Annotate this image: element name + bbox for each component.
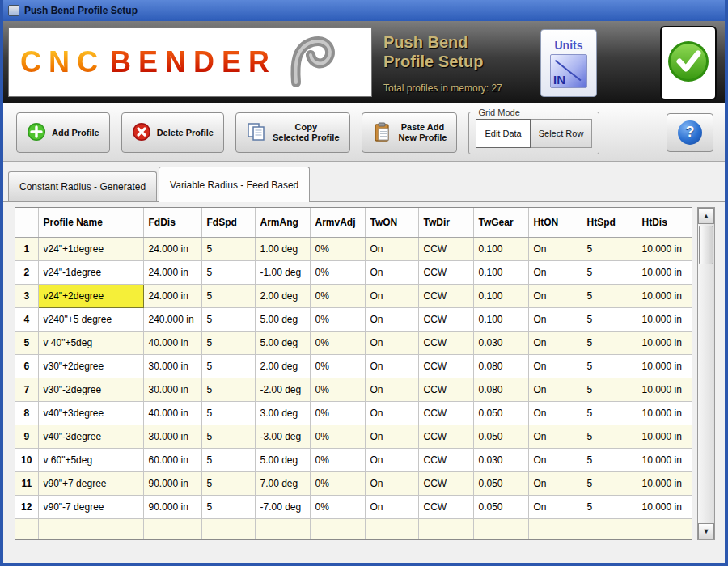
grid-cell[interactable]: CCW	[418, 237, 473, 260]
grid-cell[interactable]: v40"-3degree	[38, 424, 143, 448]
grid-cell[interactable]: 30.000 in	[143, 378, 201, 401]
grid-cell[interactable]: CCW	[418, 284, 473, 307]
grid-cell[interactable]: 10.000 in	[637, 401, 692, 424]
grid-cell[interactable]: 5	[582, 284, 637, 307]
grid-cell[interactable]: v24"+1degree	[38, 237, 143, 260]
grid-cell[interactable]: 3.00 deg	[255, 401, 310, 424]
row-number[interactable]: 9	[15, 424, 38, 448]
grid-cell[interactable]: 5	[582, 495, 637, 518]
grid-cell[interactable]: 0.050	[473, 471, 528, 495]
grid-cell[interactable]: 10.000 in	[637, 284, 692, 307]
grid-cell[interactable]: 5	[201, 378, 255, 401]
grid-cell[interactable]: 24.000 in	[143, 237, 201, 260]
grid-cell[interactable]: 24.000 in	[143, 260, 201, 284]
grid-cell[interactable]: On	[528, 354, 582, 378]
grid-cell[interactable]: 10.000 in	[637, 495, 692, 518]
row-number[interactable]: 2	[15, 260, 38, 284]
edit-data-button[interactable]: Edit Data	[476, 119, 530, 148]
grid-cell[interactable]: 10.000 in	[637, 237, 692, 260]
grid-cell[interactable]: CCW	[418, 424, 473, 448]
grid-cell[interactable]: 5	[201, 260, 255, 284]
grid-cell[interactable]: On	[365, 237, 418, 260]
grid-cell[interactable]: 0.100	[473, 237, 528, 260]
grid-cell[interactable]: 60.000 in	[143, 448, 201, 471]
column-header[interactable]: HtDis	[637, 208, 692, 237]
tab-variable-radius[interactable]: Variable Radius - Feed Based	[159, 167, 310, 202]
grid-cell[interactable]: On	[365, 471, 418, 495]
grid-cell[interactable]: v 60"+5deg	[38, 448, 143, 471]
grid-cell[interactable]: 0.050	[473, 401, 528, 424]
tab-constant-radius[interactable]: Constant Radius - Generated	[8, 171, 157, 201]
grid-cell[interactable]: 10.000 in	[637, 354, 692, 378]
grid-cell[interactable]: On	[365, 424, 418, 448]
grid-cell[interactable]: 5.00 deg	[255, 331, 310, 354]
grid-cell[interactable]: -7.00 deg	[255, 495, 310, 518]
grid-cell[interactable]: 5	[582, 401, 637, 424]
grid-cell[interactable]: 0%	[310, 401, 365, 424]
row-number[interactable]: 4	[15, 307, 38, 331]
grid-cell[interactable]: 0%	[310, 424, 365, 448]
grid-cell[interactable]: -1.00 deg	[255, 260, 310, 284]
grid-cell[interactable]: -2.00 deg	[255, 378, 310, 401]
column-header[interactable]: ArmvAdj	[310, 208, 365, 237]
column-header[interactable]: FdDis	[143, 208, 201, 237]
grid-cell[interactable]: 90.000 in	[143, 471, 201, 495]
grid-cell[interactable]: 0%	[310, 471, 365, 495]
row-number[interactable]: 3	[15, 284, 38, 307]
grid-cell[interactable]: On	[365, 284, 418, 307]
grid-cell[interactable]: On	[528, 424, 582, 448]
grid-cell[interactable]: 0%	[310, 495, 365, 518]
vertical-scrollbar[interactable]: ▲ ▼	[697, 207, 715, 540]
grid-cell[interactable]: 0%	[310, 307, 365, 331]
grid-cell[interactable]: CCW	[418, 495, 473, 518]
grid-cell[interactable]: 2.00 deg	[255, 354, 310, 378]
grid-cell[interactable]: 0%	[310, 260, 365, 284]
grid-cell[interactable]: 0%	[310, 378, 365, 401]
grid-cell[interactable]: 0%	[310, 448, 365, 471]
grid-cell[interactable]: On	[528, 331, 582, 354]
grid-cell[interactable]: 5	[201, 424, 255, 448]
column-header[interactable]: TwGear	[473, 208, 528, 237]
grid-cell[interactable]: 5	[201, 401, 255, 424]
grid-cell[interactable]: 0.100	[473, 260, 528, 284]
scroll-up-button[interactable]: ▲	[698, 208, 714, 224]
grid-cell[interactable]: On	[365, 307, 418, 331]
window-titlebar[interactable]: Push Bend Profile Setup	[3, 0, 725, 21]
grid-cell[interactable]: On	[528, 378, 582, 401]
grid-cell[interactable]: 5	[201, 331, 255, 354]
grid-cell[interactable]: 30.000 in	[143, 424, 201, 448]
grid-cell[interactable]: 0.080	[473, 378, 528, 401]
grid-cell[interactable]: CCW	[418, 260, 473, 284]
grid-cell[interactable]: 0.100	[473, 284, 528, 307]
grid-cell[interactable]: 5	[201, 448, 255, 471]
grid-cell[interactable]: On	[365, 331, 418, 354]
delete-profile-button[interactable]: Delete Profile	[121, 112, 224, 153]
grid-cell[interactable]: 0%	[310, 331, 365, 354]
grid-cell[interactable]: 40.000 in	[143, 331, 201, 354]
grid-cell[interactable]: On	[365, 260, 418, 284]
scroll-down-button[interactable]: ▼	[698, 523, 714, 539]
column-header[interactable]: HtSpd	[582, 208, 637, 237]
grid-cell[interactable]: 5	[582, 307, 637, 331]
column-header[interactable]: TwON	[365, 208, 418, 237]
grid-cell[interactable]: CCW	[418, 448, 473, 471]
grid-cell[interactable]: 10.000 in	[637, 378, 692, 401]
grid-cell[interactable]: 5	[201, 237, 255, 260]
ok-button[interactable]	[660, 26, 717, 100]
column-header[interactable]: Profile Name	[38, 208, 143, 237]
grid-cell[interactable]: On	[365, 354, 418, 378]
grid-cell[interactable]: 5	[582, 237, 637, 260]
grid-cell[interactable]: 10.000 in	[637, 260, 692, 284]
grid-cell[interactable]: CCW	[418, 354, 473, 378]
grid-cell[interactable]: CCW	[418, 378, 473, 401]
grid-cell[interactable]: 24.000 in	[143, 284, 201, 307]
grid-cell[interactable]: 5	[582, 260, 637, 284]
grid-cell[interactable]: v 40"+5deg	[38, 331, 143, 354]
grid-cell[interactable]: On	[528, 237, 582, 260]
grid-cell[interactable]: 0.100	[473, 307, 528, 331]
grid-cell[interactable]: CCW	[418, 401, 473, 424]
grid-cell[interactable]: 5	[201, 307, 255, 331]
grid-cell[interactable]: 0.030	[473, 331, 528, 354]
grid-cell[interactable]: 5	[582, 354, 637, 378]
grid-cell[interactable]: 5	[201, 495, 255, 518]
